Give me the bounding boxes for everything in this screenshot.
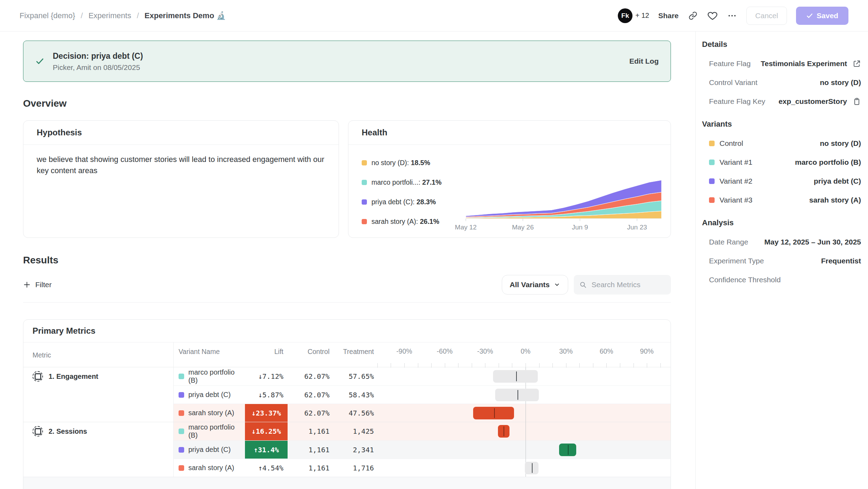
date-range-value: May 12, 2025 – Jun 30, 2025: [764, 238, 861, 246]
metric-group: 2. Sessionsmarco portfolio (B)↓16.25%1,1…: [23, 422, 671, 477]
search-metrics-input[interactable]: [591, 280, 665, 289]
metric-variant-row[interactable]: priya debt (C)↑31.4%1,1612,341: [174, 440, 671, 459]
variant-swatch: [709, 197, 715, 203]
metric-name-cell[interactable]: 2. Sessions: [23, 422, 174, 440]
clipboard-copy-icon[interactable]: [847, 97, 861, 106]
feature-flag-label: Feature Flag: [709, 59, 751, 68]
feature-flag-key-value: exp_customerStory: [779, 97, 847, 106]
date-range-row: Date Range May 12, 2025 – Jun 30, 2025: [702, 238, 861, 246]
divider: [23, 302, 671, 303]
control-value: 62.07%: [288, 386, 332, 404]
metric-goal-icon: [32, 426, 43, 437]
metric-variant-row[interactable]: priya debt (C)↓5.87%62.07%58.43%: [174, 385, 671, 404]
decision-subtitle: Picker, Amit on 08/05/2025: [53, 62, 143, 72]
metric-variant-row[interactable]: marco portfolio (B)↓7.12%62.07%57.65%: [174, 367, 671, 385]
legend-item: sarah story (A): 26.1%: [362, 218, 466, 226]
experiment-type-value: Frequentist: [821, 257, 861, 265]
confidence-interval-cell: [377, 367, 671, 385]
primary-metrics-title: Primary Metrics: [23, 320, 671, 342]
lift-chip: ↑31.4%: [245, 441, 288, 459]
hypothesis-card: Hypothesis we believe that showing custo…: [23, 120, 339, 238]
svg-text:May 12: May 12: [455, 224, 477, 231]
legend-item: marco portfoli...: 27.1%: [362, 178, 466, 186]
variant-swatch: [709, 141, 715, 146]
metric-variant-row[interactable]: sarah story (A)↑4.54%1,1611,716: [174, 459, 671, 477]
axis-tick-label: -60%: [437, 347, 453, 355]
confidence-interval-cell: [377, 386, 671, 404]
lift-value: ↑4.54%: [245, 459, 288, 477]
metric-variant-row[interactable]: sarah story (A)↓23.37%62.07%47.56%: [174, 404, 671, 422]
avatar[interactable]: Fk: [618, 8, 632, 23]
legend-label: sarah story (A): 26.1%: [371, 218, 439, 226]
lift-axis: -90%-60%-30%0%30%60%90%: [377, 342, 671, 368]
details-section: Details Feature Flag Testimonials Experi…: [702, 40, 861, 106]
column-control: Control: [288, 342, 332, 361]
variant-label: Control: [719, 139, 743, 148]
confidence-interval-cell: [377, 404, 671, 422]
legend-label: priya debt (C): 28.3%: [371, 198, 436, 206]
treatment-value: 57.65%: [332, 367, 377, 385]
breadcrumb-separator: /: [81, 11, 83, 20]
saved-label: Saved: [817, 12, 838, 20]
treatment-value: 58.43%: [332, 386, 377, 404]
median-line: [518, 390, 518, 400]
treatment-value: 1,716: [332, 459, 377, 477]
confidence-threshold-label: Confidence Threshold: [709, 276, 781, 284]
variant-row: Controlno story (D): [702, 139, 861, 148]
saved-button[interactable]: Saved: [796, 7, 848, 25]
share-button[interactable]: Share: [658, 12, 679, 20]
variant-swatch: [179, 374, 184, 379]
variant-swatch: [179, 447, 184, 453]
treatment-value: 47.56%: [332, 404, 377, 422]
favorite-heart-icon[interactable]: [707, 10, 718, 21]
axis-tick-label: 60%: [600, 347, 613, 355]
variants-dropdown[interactable]: All Variants: [502, 275, 568, 295]
metric-name: 2. Sessions: [49, 427, 87, 435]
median-line: [568, 445, 569, 455]
experiment-type-label: Experiment Type: [709, 257, 764, 265]
search-metrics-box[interactable]: [574, 275, 671, 295]
legend-swatch: [362, 180, 367, 185]
metric-variant-row[interactable]: marco portfolio (B)↓16.25%1,1611,425: [174, 422, 671, 440]
breadcrumb-experiments[interactable]: Experiments: [88, 11, 131, 20]
feature-flag-row: Feature Flag Testimonials Experiment: [702, 59, 861, 68]
variant-swatch: [179, 392, 184, 398]
cancel-button[interactable]: Cancel: [746, 7, 787, 25]
legend-item: no story (D): 18.5%: [362, 159, 466, 167]
confidence-interval-cell: [377, 459, 671, 477]
variant-row: Variant #1marco portfolio (B): [702, 158, 861, 166]
copy-link-icon[interactable]: [688, 10, 698, 21]
control-value: 1,161: [288, 441, 332, 459]
metrics-groups: 1. Engagementmarco portfolio (B)↓7.12%62…: [23, 367, 671, 477]
variant-name-cell: priya debt (C): [174, 386, 245, 404]
variant-swatch: [179, 428, 184, 434]
main-content: Decision: priya debt (C) Picker, Amit on…: [0, 31, 695, 489]
variant-value: no story (D): [820, 139, 861, 148]
collaborators[interactable]: Fk + 12: [618, 8, 649, 23]
control-value: 1,161: [288, 459, 332, 477]
check-icon: [35, 57, 44, 66]
variant-name-cell: sarah story (A): [174, 459, 245, 477]
variant-row: Variant #3sarah story (A): [702, 196, 861, 204]
details-sidebar: Details Feature Flag Testimonials Experi…: [695, 31, 868, 489]
more-options-icon[interactable]: [727, 10, 737, 21]
header-actions: Fk + 12 Share Cancel Saved: [618, 7, 848, 25]
breadcrumb-project[interactable]: Fixpanel {demo}: [20, 11, 75, 20]
legend-swatch: [362, 219, 367, 224]
confidence-interval-bar: [495, 389, 539, 401]
metric-name-cell[interactable]: 1. Engagement: [23, 367, 174, 385]
control-value: 1,161: [288, 422, 332, 440]
edit-log-button[interactable]: Edit Log: [629, 57, 659, 65]
variant-label: Variant #3: [719, 196, 752, 204]
add-filter-button[interactable]: Filter: [23, 281, 52, 289]
add-metric-button[interactable]: Add: [23, 477, 671, 489]
analysis-section: Analysis Date Range May 12, 2025 – Jun 3…: [702, 218, 861, 284]
lift-value: ↓5.87%: [245, 386, 288, 404]
external-link-icon[interactable]: [847, 59, 861, 68]
svg-text:May 26: May 26: [512, 224, 534, 231]
legend-item: priya debt (C): 28.3%: [362, 198, 466, 206]
lift-chip: ↓23.37%: [245, 404, 288, 422]
confidence-threshold-row: Confidence Threshold: [702, 276, 861, 284]
svg-text:Jun 9: Jun 9: [572, 224, 588, 231]
feature-flag-value[interactable]: Testimonials Experiment: [761, 59, 847, 68]
